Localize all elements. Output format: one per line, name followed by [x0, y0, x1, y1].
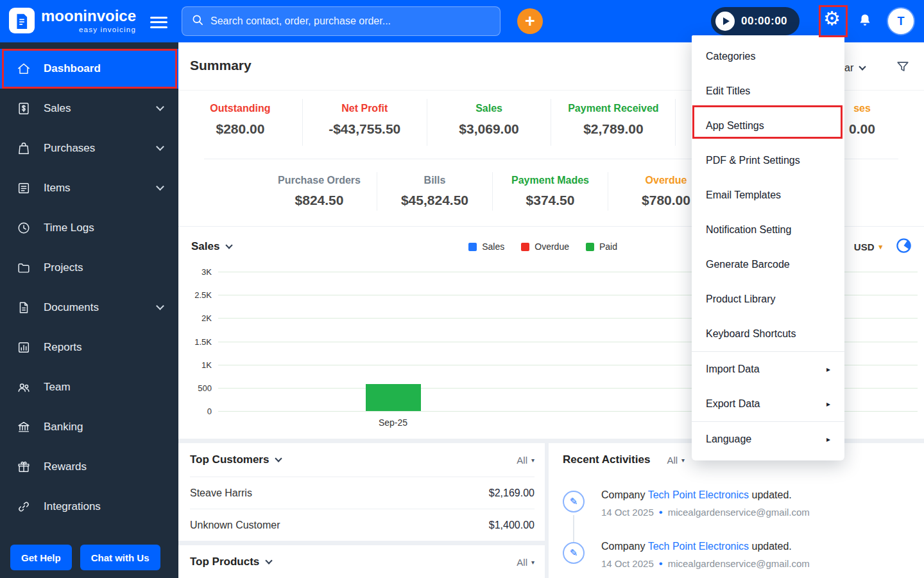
sidebar-item-projects[interactable]: Projects [0, 248, 178, 288]
activity-date: 14 Oct 2025 [601, 558, 654, 569]
section-title: Top Customers [190, 453, 269, 466]
customer-row[interactable]: Steave Harris $2,169.00 [190, 477, 535, 509]
filter-label: All [517, 455, 527, 466]
activity-company-link[interactable]: Tech Point Electronics [648, 541, 749, 552]
menu-item-label: Edit Titles [706, 85, 750, 97]
caret-down-icon: ▾ [878, 243, 882, 251]
recent-activities-filter[interactable]: All ▾ [667, 455, 685, 466]
stat-label: Purchase Orders [262, 175, 377, 186]
sidebar-item-items[interactable]: Items [0, 168, 178, 208]
play-icon [715, 12, 735, 31]
search-input[interactable] [210, 15, 491, 27]
get-help-button[interactable]: Get Help [10, 545, 72, 570]
timer-button[interactable]: 00:00:00 [711, 7, 800, 35]
caret-down-icon: ▾ [531, 457, 535, 464]
link-icon [17, 500, 32, 514]
caret-down-icon: ▾ [681, 457, 685, 464]
sidebar-item-sales[interactable]: Sales [0, 89, 178, 128]
stat-value: $2,789.00 [551, 121, 675, 137]
pie-chart-icon[interactable] [895, 237, 912, 256]
menu-item-export-data[interactable]: Export Data▸ [692, 387, 844, 421]
purchases-bag-icon [17, 141, 32, 155]
chart-type-dropdown[interactable]: Sales [191, 240, 232, 253]
stat-label: Bills [377, 175, 492, 186]
sidebar-item-label: Sales [44, 102, 71, 115]
app-window: mooninvoice easy invoicing + 00:00:00 ⚙ … [0, 0, 924, 578]
top-products-filter[interactable]: All ▾ [517, 557, 535, 568]
stat-label: Net Profit [303, 103, 427, 114]
sidebar-item-team[interactable]: Team [0, 367, 178, 407]
activity-text: updated. [752, 489, 792, 500]
timer-value: 00:00:00 [741, 15, 787, 28]
menu-item-pdf-print-settings[interactable]: PDF & Print Settings [692, 143, 844, 178]
sidebar-item-reports[interactable]: Reports [0, 328, 178, 367]
filter-label: All [517, 557, 527, 568]
page-title: Summary [190, 58, 252, 73]
activity-company-link[interactable]: Tech Point Electronics [648, 489, 749, 500]
menu-item-app-settings[interactable]: App Settings [692, 109, 844, 143]
chevron-down-icon [156, 143, 164, 151]
sidebar-item-rewards[interactable]: Rewards [0, 447, 178, 487]
document-icon [17, 301, 32, 315]
legend-label: Overdue [535, 241, 569, 252]
top-customers-dropdown[interactable]: Top Customers [190, 453, 281, 466]
sidebar-item-banking[interactable]: Banking [0, 407, 178, 447]
menu-item-language[interactable]: Language▸ [692, 422, 844, 457]
sidebar-item-label: Team [44, 381, 71, 394]
activity-entry: ✎ Company Tech Point Electronics updated… [563, 541, 918, 569]
chat-with-us-button[interactable]: Chat with Us [80, 545, 160, 570]
menu-item-label: Categories [706, 51, 755, 62]
global-search[interactable] [182, 6, 501, 36]
settings-gear-icon[interactable]: ⚙ [823, 9, 841, 28]
y-tick: 1K [181, 360, 212, 369]
x-tick: Sep-25 [379, 417, 407, 428]
sidebar-item-label: Documents [44, 301, 99, 314]
recent-activities-panel: Recent Activities All ▾ ✎ Company Tech P… [549, 443, 924, 578]
filter-funnel-icon[interactable] [896, 60, 910, 76]
menu-item-categories[interactable]: Categories [692, 39, 844, 74]
brand-logo[interactable]: mooninvoice easy invoicing [9, 8, 136, 33]
submenu-arrow-icon: ▸ [826, 399, 830, 408]
sidebar-item-label: Banking [44, 421, 83, 434]
top-customers-filter[interactable]: All ▾ [517, 455, 535, 466]
menu-item-email-templates[interactable]: Email Templates [692, 178, 844, 213]
sidebar-item-label: Time Logs [44, 222, 94, 234]
sidebar: Dashboard Sales Purchases Items Time Log… [0, 42, 178, 578]
currency-selector[interactable]: USD ▾ [854, 241, 882, 252]
activity-entry: ✎ Company Tech Point Electronics updated… [563, 489, 918, 518]
menu-item-product-library[interactable]: Product Library [692, 282, 844, 317]
sidebar-item-documents[interactable]: Documents [0, 288, 178, 328]
customer-row[interactable]: Unknown Customer $1,400.00 [190, 509, 535, 541]
chevron-down-icon [156, 103, 164, 111]
customer-name: Steave Harris [190, 487, 252, 499]
stat-value: $374.50 [493, 193, 608, 208]
hamburger-menu-icon[interactable] [150, 13, 167, 31]
legend-swatch-paid [586, 243, 594, 251]
notifications-bell-icon[interactable] [857, 13, 873, 30]
menu-item-edit-titles[interactable]: Edit Titles [692, 74, 844, 109]
stat-card-payment-received: Payment Received $2,789.00 [551, 99, 676, 146]
stat-value: $280.00 [178, 121, 302, 137]
menu-item-import-data[interactable]: Import Data▸ [692, 352, 844, 387]
edit-pencil-icon[interactable]: ✎ [563, 491, 585, 512]
stat-card-payment-mades: Payment Mades $374.50 [493, 172, 608, 211]
sidebar-item-dashboard[interactable]: Dashboard [0, 49, 178, 89]
chart-bar-paid [366, 384, 421, 411]
stat-value: -$43,755.50 [303, 121, 427, 137]
sidebar-item-integrations[interactable]: Integrations [0, 487, 178, 527]
year-filter-dropdown[interactable]: ar [844, 62, 865, 74]
menu-item-keyboard-shortcuts[interactable]: Keyboard Shortcuts [692, 317, 844, 351]
chart-title: Sales [191, 240, 219, 253]
menu-item-generate-barcode[interactable]: Generate Barcode [692, 247, 844, 282]
legend-swatch-sales [468, 243, 477, 251]
sidebar-item-purchases[interactable]: Purchases [0, 128, 178, 168]
user-avatar[interactable]: T [888, 8, 914, 34]
add-new-button[interactable]: + [517, 8, 543, 34]
items-list-icon [17, 181, 32, 195]
sidebar-item-time-logs[interactable]: Time Logs [0, 208, 178, 248]
mooninvoice-logo-icon [9, 8, 35, 33]
brand-tagline: easy invoicing [41, 26, 136, 33]
top-products-dropdown[interactable]: Top Products [190, 556, 271, 568]
edit-pencil-icon[interactable]: ✎ [563, 542, 585, 564]
menu-item-notification-setting[interactable]: Notification Setting [692, 213, 844, 247]
